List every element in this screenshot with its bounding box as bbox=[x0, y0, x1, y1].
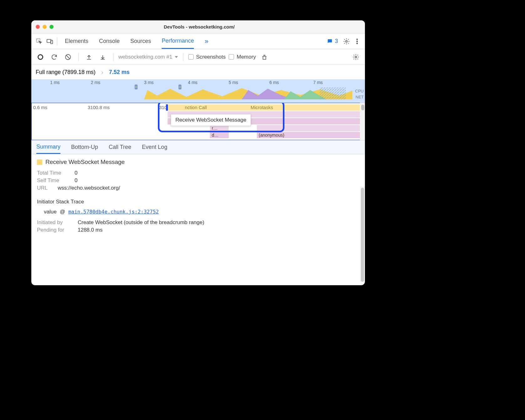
devtools-window: DevTools - websocketking.com/ Elements C… bbox=[31, 20, 365, 285]
memory-checkbox[interactable]: Memory bbox=[229, 54, 256, 60]
separator bbox=[113, 53, 113, 61]
svg-point-8 bbox=[355, 56, 357, 58]
chevron-down-icon bbox=[175, 56, 178, 58]
tab-sources[interactable]: Sources bbox=[130, 34, 151, 49]
overview-cpu-graph bbox=[144, 86, 352, 99]
svg-rect-1 bbox=[47, 39, 51, 42]
separator bbox=[183, 53, 183, 61]
svg-point-3 bbox=[346, 40, 347, 42]
row-total-time: Total Time0 bbox=[37, 170, 359, 176]
row-self-time: Self Time0 bbox=[37, 177, 359, 184]
breadcrumb-selection[interactable]: 7.52 ms bbox=[109, 69, 130, 76]
performance-toolbar: websocketking.com #1 Screenshots Memory bbox=[31, 49, 365, 65]
chevron-right-icon: › bbox=[101, 69, 103, 76]
initiator-section: Initiator Stack Trace value @ main.5780d… bbox=[37, 199, 359, 233]
tab-call-tree[interactable]: Call Tree bbox=[109, 140, 131, 154]
tab-console[interactable]: Console bbox=[99, 34, 120, 49]
traffic-lights bbox=[36, 25, 54, 29]
svg-point-5 bbox=[357, 41, 358, 42]
tab-summary[interactable]: Summary bbox=[36, 140, 60, 154]
timeline-overview[interactable]: 1 ms 2 ms 3 ms 4 ms 5 ms 6 ms 7 ms CPU N… bbox=[31, 79, 365, 103]
svg-point-6 bbox=[357, 43, 358, 44]
overview-ticks: 1 ms 2 ms 3 ms 4 ms 5 ms 6 ms 7 ms bbox=[31, 80, 365, 86]
stack-frame-link[interactable]: main.5780db4e.chunk.js:2:32752 bbox=[68, 209, 159, 215]
capture-settings-gear-icon[interactable] bbox=[351, 52, 361, 62]
settings-gear-icon[interactable] bbox=[341, 36, 352, 47]
tab-elements[interactable]: Elements bbox=[65, 34, 88, 49]
summary-title: Receive WebSocket Message bbox=[37, 159, 359, 165]
upload-profile-icon[interactable] bbox=[84, 52, 94, 62]
svg-point-4 bbox=[357, 39, 358, 40]
flame-chart[interactable]: 0.6 ms 3100.8 ms 3101.0 ms 3101.2 ms 310… bbox=[31, 103, 365, 140]
clear-button[interactable] bbox=[63, 52, 73, 62]
flame-bar-d[interactable]: d… bbox=[210, 132, 229, 138]
row-pending-for: Pending for1288.0 ms bbox=[37, 227, 359, 233]
window-title: DevTools - websocketking.com/ bbox=[54, 24, 345, 29]
summary-scrollbar[interactable] bbox=[360, 186, 365, 281]
reload-button[interactable] bbox=[49, 52, 60, 62]
minimize-window-icon[interactable] bbox=[43, 25, 47, 29]
separator bbox=[78, 53, 79, 61]
panel-tabs: Elements Console Sources Performance » bbox=[65, 34, 208, 49]
messages-count: 3 bbox=[335, 38, 338, 45]
breadcrumb: Full range (7899.18 ms) › 7.52 ms bbox=[31, 65, 365, 79]
initiator-heading: Initiator Stack Trace bbox=[37, 199, 359, 205]
flame-tooltip: Receive WebSocket Message bbox=[171, 114, 251, 126]
range-handle-left[interactable] bbox=[135, 85, 138, 89]
collect-garbage-icon[interactable] bbox=[259, 52, 270, 62]
device-toolbar-icon[interactable] bbox=[44, 36, 55, 47]
stack-frame: value @ main.5780db4e.chunk.js:2:32752 bbox=[37, 209, 359, 215]
record-button[interactable] bbox=[35, 52, 46, 62]
console-messages-badge[interactable]: 3 bbox=[327, 38, 338, 45]
kebab-menu-icon[interactable] bbox=[352, 36, 362, 47]
screenshots-checkbox[interactable]: Screenshots bbox=[188, 54, 226, 60]
recording-selector[interactable]: websocketking.com #1 bbox=[118, 54, 178, 60]
inspect-element-icon[interactable] bbox=[34, 36, 44, 47]
svg-rect-9 bbox=[320, 87, 346, 99]
separator bbox=[57, 37, 57, 45]
flame-scrollbar[interactable] bbox=[360, 103, 365, 140]
row-url: URLwss://echo.websocket.org/ bbox=[37, 185, 359, 191]
tab-performance[interactable]: Performance bbox=[162, 34, 194, 49]
overflow-tabs-icon[interactable]: » bbox=[205, 34, 208, 49]
tab-bottom-up[interactable]: Bottom-Up bbox=[71, 140, 98, 154]
row-initiated-by: Initiated byCreate WebSocket (outside of… bbox=[37, 219, 359, 226]
event-color-swatch bbox=[37, 160, 42, 165]
tab-event-log[interactable]: Event Log bbox=[142, 140, 167, 154]
zoom-window-icon[interactable] bbox=[49, 25, 54, 29]
details-tabs: Summary Bottom-Up Call Tree Event Log bbox=[31, 140, 365, 154]
overview-track-labels: CPU NET bbox=[355, 89, 364, 99]
titlebar: DevTools - websocketking.com/ bbox=[31, 20, 365, 34]
flame-bar-anonymous[interactable]: (anonymous) bbox=[257, 132, 362, 138]
summary-pane: Receive WebSocket Message Total Time0 Se… bbox=[31, 154, 365, 285]
breadcrumb-full-range[interactable]: Full range (7899.18 ms) bbox=[36, 69, 96, 76]
download-profile-icon[interactable] bbox=[97, 52, 108, 62]
main-tab-bar: Elements Console Sources Performance » 3 bbox=[31, 34, 365, 49]
close-window-icon[interactable] bbox=[36, 25, 40, 29]
